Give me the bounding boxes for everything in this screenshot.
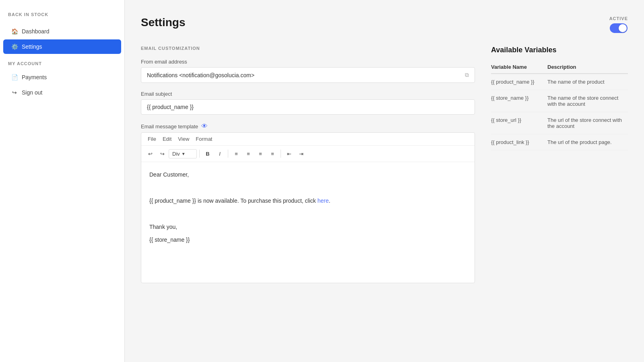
variable-row: {{ store_url }} The url of the store con…: [491, 112, 628, 134]
bold-button[interactable]: B: [202, 148, 213, 159]
col-description: Description: [547, 61, 628, 74]
from-email-group: From email address ⧉: [141, 59, 475, 83]
editor-line-6: {{ store_name }}: [149, 235, 466, 244]
menu-format[interactable]: Format: [192, 134, 215, 144]
sidebar-item-dashboard-label: Dashboard: [22, 28, 50, 35]
page-header: Settings ACTIVE: [141, 16, 628, 33]
editor-line-2: [149, 183, 466, 192]
variable-name-cell: {{ product_link }}: [491, 134, 547, 150]
align-left-button[interactable]: ≡: [231, 148, 242, 159]
email-template-label-row: Email message template 👁: [141, 123, 475, 130]
home-icon: 🏠: [11, 28, 18, 35]
editor-toolbar: ↩ ↪ Div ▼ B I ≡ ≡ ≡ ≡: [141, 146, 475, 162]
menu-edit[interactable]: Edit: [159, 134, 175, 144]
editor-link[interactable]: here: [318, 197, 329, 204]
sidebar-brand: Back In Stock: [0, 8, 124, 23]
sidebar-item-signout[interactable]: ↪ Sign out: [3, 85, 121, 100]
variable-row: {{ store_name }} The name of the store c…: [491, 90, 628, 112]
from-email-label: From email address: [141, 59, 475, 65]
editor-wrapper: File Edit View Format ↩ ↪ Div ▼: [141, 132, 475, 283]
editor-line-4: [149, 209, 466, 218]
toolbar-divider-3: [281, 150, 281, 158]
variable-desc-cell: The name of the product: [547, 74, 628, 90]
variable-desc-cell: The name of the store connect with the a…: [547, 90, 628, 112]
col-variable-name: Variable Name: [491, 61, 547, 74]
align-right-button[interactable]: ≡: [255, 148, 266, 159]
email-template-group: Email message template 👁 File Edit View …: [141, 123, 475, 283]
editor-line-1: Dear Customer,: [149, 170, 466, 179]
undo-button[interactable]: ↩: [144, 148, 156, 159]
menu-view[interactable]: View: [175, 134, 192, 144]
from-email-field[interactable]: [147, 72, 465, 78]
sidebar-item-payments[interactable]: 📄 Payments: [3, 70, 121, 84]
from-email-input-wrapper[interactable]: ⧉: [141, 67, 475, 83]
align-justify-button[interactable]: ≡: [267, 148, 278, 159]
sidebar-item-settings-label: Settings: [22, 43, 42, 50]
format-select-value: Div: [172, 151, 180, 157]
editor-body[interactable]: Dear Customer, {{ product_name }} is now…: [141, 162, 475, 283]
editor-line-3: {{ product_name }} is now available. To …: [149, 196, 466, 205]
sidebar: Back In Stock 🏠 Dashboard ⚙️ Settings My…: [0, 0, 125, 362]
email-subject-label: Email subject: [141, 91, 475, 97]
email-subject-input-wrapper[interactable]: [141, 99, 475, 115]
active-label: ACTIVE: [609, 16, 628, 21]
sidebar-account-section: My Account: [0, 55, 124, 69]
variable-row: {{ product_name }} The name of the produ…: [491, 74, 628, 90]
copy-icon[interactable]: ⧉: [465, 72, 469, 78]
section-label: EMAIL CUSTOMIZATION: [141, 46, 475, 51]
menu-file[interactable]: File: [144, 134, 159, 144]
active-toggle[interactable]: [610, 23, 627, 33]
toolbar-divider-1: [199, 150, 200, 158]
main-content: Settings ACTIVE EMAIL CUSTOMIZATION From…: [125, 0, 644, 362]
variable-row: {{ product_link }} The url of the produc…: [491, 134, 628, 150]
redo-button[interactable]: ↪: [157, 148, 168, 159]
variable-name-cell: {{ store_url }}: [491, 112, 547, 134]
email-subject-group: Email subject: [141, 91, 475, 115]
toolbar-divider-2: [228, 150, 228, 158]
variable-name-cell: {{ store_name }}: [491, 90, 547, 112]
eye-icon[interactable]: 👁: [201, 123, 208, 130]
format-select[interactable]: Div ▼: [169, 149, 197, 158]
variables-table: Variable Name Description {{ product_nam…: [491, 61, 628, 150]
variables-section: Available Variables Variable Name Descri…: [491, 46, 628, 291]
variable-name-cell: {{ product_name }}: [491, 74, 547, 90]
variable-desc-cell: The url of the store connect with the ac…: [547, 112, 628, 134]
sidebar-item-signout-label: Sign out: [22, 89, 42, 96]
editor-line-5: Thank you,: [149, 222, 466, 231]
sidebar-item-settings[interactable]: ⚙️ Settings: [3, 39, 121, 54]
editor-menubar: File Edit View Format: [141, 133, 475, 146]
italic-button[interactable]: I: [214, 148, 225, 159]
align-center-button[interactable]: ≡: [243, 148, 254, 159]
page-title: Settings: [141, 16, 185, 29]
indent-button[interactable]: ⇥: [295, 148, 307, 159]
variables-title: Available Variables: [491, 46, 628, 54]
email-template-label-text: Email message template: [141, 123, 198, 130]
variable-desc-cell: The url of the product page.: [547, 134, 628, 150]
gear-icon: ⚙️: [11, 43, 18, 50]
form-section: EMAIL CUSTOMIZATION From email address ⧉…: [141, 46, 475, 291]
email-subject-field[interactable]: [147, 104, 469, 110]
content-area: EMAIL CUSTOMIZATION From email address ⧉…: [141, 46, 628, 291]
payments-icon: 📄: [11, 74, 18, 80]
chevron-down-icon: ▼: [182, 152, 186, 156]
sidebar-item-payments-label: Payments: [22, 74, 47, 80]
sidebar-item-dashboard[interactable]: 🏠 Dashboard: [3, 24, 121, 39]
signout-icon: ↪: [11, 89, 18, 96]
active-toggle-area: ACTIVE: [609, 16, 628, 33]
outdent-button[interactable]: ⇤: [283, 148, 295, 159]
